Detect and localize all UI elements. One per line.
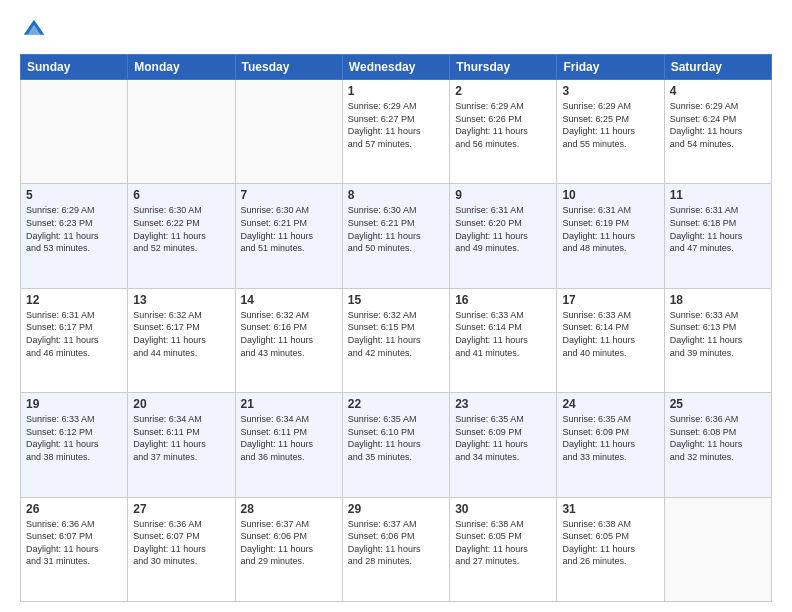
- day-info: Sunrise: 6:35 AM Sunset: 6:09 PM Dayligh…: [455, 413, 551, 463]
- calendar-cell: [235, 80, 342, 184]
- calendar-week-1: 1Sunrise: 6:29 AM Sunset: 6:27 PM Daylig…: [21, 80, 772, 184]
- calendar-cell: 30Sunrise: 6:38 AM Sunset: 6:05 PM Dayli…: [450, 497, 557, 601]
- day-number: 21: [241, 397, 337, 411]
- day-number: 16: [455, 293, 551, 307]
- day-number: 25: [670, 397, 766, 411]
- calendar-header-sunday: Sunday: [21, 55, 128, 80]
- calendar-header-wednesday: Wednesday: [342, 55, 449, 80]
- day-number: 9: [455, 188, 551, 202]
- day-info: Sunrise: 6:29 AM Sunset: 6:27 PM Dayligh…: [348, 100, 444, 150]
- calendar-cell: [664, 497, 771, 601]
- calendar-cell: 22Sunrise: 6:35 AM Sunset: 6:10 PM Dayli…: [342, 393, 449, 497]
- calendar-cell: 31Sunrise: 6:38 AM Sunset: 6:05 PM Dayli…: [557, 497, 664, 601]
- calendar-cell: 28Sunrise: 6:37 AM Sunset: 6:06 PM Dayli…: [235, 497, 342, 601]
- day-number: 3: [562, 84, 658, 98]
- day-number: 22: [348, 397, 444, 411]
- day-number: 26: [26, 502, 122, 516]
- day-number: 4: [670, 84, 766, 98]
- day-info: Sunrise: 6:34 AM Sunset: 6:11 PM Dayligh…: [133, 413, 229, 463]
- day-number: 19: [26, 397, 122, 411]
- calendar-header-tuesday: Tuesday: [235, 55, 342, 80]
- calendar-table: SundayMondayTuesdayWednesdayThursdayFrid…: [20, 54, 772, 602]
- day-info: Sunrise: 6:31 AM Sunset: 6:17 PM Dayligh…: [26, 309, 122, 359]
- day-number: 24: [562, 397, 658, 411]
- day-number: 18: [670, 293, 766, 307]
- day-info: Sunrise: 6:35 AM Sunset: 6:10 PM Dayligh…: [348, 413, 444, 463]
- day-number: 14: [241, 293, 337, 307]
- day-info: Sunrise: 6:36 AM Sunset: 6:08 PM Dayligh…: [670, 413, 766, 463]
- day-info: Sunrise: 6:36 AM Sunset: 6:07 PM Dayligh…: [26, 518, 122, 568]
- day-info: Sunrise: 6:37 AM Sunset: 6:06 PM Dayligh…: [348, 518, 444, 568]
- calendar-cell: 26Sunrise: 6:36 AM Sunset: 6:07 PM Dayli…: [21, 497, 128, 601]
- day-number: 17: [562, 293, 658, 307]
- calendar-week-4: 19Sunrise: 6:33 AM Sunset: 6:12 PM Dayli…: [21, 393, 772, 497]
- day-info: Sunrise: 6:33 AM Sunset: 6:14 PM Dayligh…: [455, 309, 551, 359]
- day-number: 23: [455, 397, 551, 411]
- day-info: Sunrise: 6:29 AM Sunset: 6:26 PM Dayligh…: [455, 100, 551, 150]
- calendar-cell: 19Sunrise: 6:33 AM Sunset: 6:12 PM Dayli…: [21, 393, 128, 497]
- day-info: Sunrise: 6:35 AM Sunset: 6:09 PM Dayligh…: [562, 413, 658, 463]
- header: [20, 16, 772, 44]
- day-info: Sunrise: 6:33 AM Sunset: 6:13 PM Dayligh…: [670, 309, 766, 359]
- day-number: 10: [562, 188, 658, 202]
- calendar-cell: 29Sunrise: 6:37 AM Sunset: 6:06 PM Dayli…: [342, 497, 449, 601]
- calendar-cell: 16Sunrise: 6:33 AM Sunset: 6:14 PM Dayli…: [450, 288, 557, 392]
- calendar-cell: 3Sunrise: 6:29 AM Sunset: 6:25 PM Daylig…: [557, 80, 664, 184]
- calendar-cell: [21, 80, 128, 184]
- calendar-header-thursday: Thursday: [450, 55, 557, 80]
- calendar-week-2: 5Sunrise: 6:29 AM Sunset: 6:23 PM Daylig…: [21, 184, 772, 288]
- calendar-cell: 4Sunrise: 6:29 AM Sunset: 6:24 PM Daylig…: [664, 80, 771, 184]
- day-info: Sunrise: 6:38 AM Sunset: 6:05 PM Dayligh…: [562, 518, 658, 568]
- day-number: 20: [133, 397, 229, 411]
- day-info: Sunrise: 6:31 AM Sunset: 6:20 PM Dayligh…: [455, 204, 551, 254]
- calendar-cell: 6Sunrise: 6:30 AM Sunset: 6:22 PM Daylig…: [128, 184, 235, 288]
- day-number: 11: [670, 188, 766, 202]
- day-number: 30: [455, 502, 551, 516]
- day-number: 27: [133, 502, 229, 516]
- calendar-cell: 11Sunrise: 6:31 AM Sunset: 6:18 PM Dayli…: [664, 184, 771, 288]
- day-info: Sunrise: 6:29 AM Sunset: 6:25 PM Dayligh…: [562, 100, 658, 150]
- calendar-week-3: 12Sunrise: 6:31 AM Sunset: 6:17 PM Dayli…: [21, 288, 772, 392]
- day-info: Sunrise: 6:32 AM Sunset: 6:16 PM Dayligh…: [241, 309, 337, 359]
- calendar-cell: 27Sunrise: 6:36 AM Sunset: 6:07 PM Dayli…: [128, 497, 235, 601]
- calendar-cell: 25Sunrise: 6:36 AM Sunset: 6:08 PM Dayli…: [664, 393, 771, 497]
- day-info: Sunrise: 6:30 AM Sunset: 6:22 PM Dayligh…: [133, 204, 229, 254]
- calendar-cell: 13Sunrise: 6:32 AM Sunset: 6:17 PM Dayli…: [128, 288, 235, 392]
- calendar-cell: 18Sunrise: 6:33 AM Sunset: 6:13 PM Dayli…: [664, 288, 771, 392]
- day-info: Sunrise: 6:30 AM Sunset: 6:21 PM Dayligh…: [348, 204, 444, 254]
- calendar-cell: 5Sunrise: 6:29 AM Sunset: 6:23 PM Daylig…: [21, 184, 128, 288]
- calendar-cell: 21Sunrise: 6:34 AM Sunset: 6:11 PM Dayli…: [235, 393, 342, 497]
- day-number: 2: [455, 84, 551, 98]
- calendar-cell: 10Sunrise: 6:31 AM Sunset: 6:19 PM Dayli…: [557, 184, 664, 288]
- day-info: Sunrise: 6:34 AM Sunset: 6:11 PM Dayligh…: [241, 413, 337, 463]
- calendar-week-5: 26Sunrise: 6:36 AM Sunset: 6:07 PM Dayli…: [21, 497, 772, 601]
- day-info: Sunrise: 6:37 AM Sunset: 6:06 PM Dayligh…: [241, 518, 337, 568]
- day-number: 28: [241, 502, 337, 516]
- day-info: Sunrise: 6:36 AM Sunset: 6:07 PM Dayligh…: [133, 518, 229, 568]
- day-number: 31: [562, 502, 658, 516]
- calendar-header-saturday: Saturday: [664, 55, 771, 80]
- day-number: 8: [348, 188, 444, 202]
- calendar-cell: 9Sunrise: 6:31 AM Sunset: 6:20 PM Daylig…: [450, 184, 557, 288]
- day-info: Sunrise: 6:30 AM Sunset: 6:21 PM Dayligh…: [241, 204, 337, 254]
- calendar-cell: 1Sunrise: 6:29 AM Sunset: 6:27 PM Daylig…: [342, 80, 449, 184]
- logo: [20, 16, 52, 44]
- day-number: 6: [133, 188, 229, 202]
- day-info: Sunrise: 6:33 AM Sunset: 6:12 PM Dayligh…: [26, 413, 122, 463]
- day-info: Sunrise: 6:33 AM Sunset: 6:14 PM Dayligh…: [562, 309, 658, 359]
- day-number: 13: [133, 293, 229, 307]
- day-number: 7: [241, 188, 337, 202]
- calendar-cell: 2Sunrise: 6:29 AM Sunset: 6:26 PM Daylig…: [450, 80, 557, 184]
- day-info: Sunrise: 6:29 AM Sunset: 6:23 PM Dayligh…: [26, 204, 122, 254]
- day-info: Sunrise: 6:32 AM Sunset: 6:17 PM Dayligh…: [133, 309, 229, 359]
- page: SundayMondayTuesdayWednesdayThursdayFrid…: [0, 0, 792, 612]
- calendar-cell: 17Sunrise: 6:33 AM Sunset: 6:14 PM Dayli…: [557, 288, 664, 392]
- calendar-cell: 24Sunrise: 6:35 AM Sunset: 6:09 PM Dayli…: [557, 393, 664, 497]
- day-number: 5: [26, 188, 122, 202]
- calendar-header-row: SundayMondayTuesdayWednesdayThursdayFrid…: [21, 55, 772, 80]
- calendar-header-monday: Monday: [128, 55, 235, 80]
- day-number: 1: [348, 84, 444, 98]
- calendar-cell: 8Sunrise: 6:30 AM Sunset: 6:21 PM Daylig…: [342, 184, 449, 288]
- day-info: Sunrise: 6:38 AM Sunset: 6:05 PM Dayligh…: [455, 518, 551, 568]
- day-info: Sunrise: 6:32 AM Sunset: 6:15 PM Dayligh…: [348, 309, 444, 359]
